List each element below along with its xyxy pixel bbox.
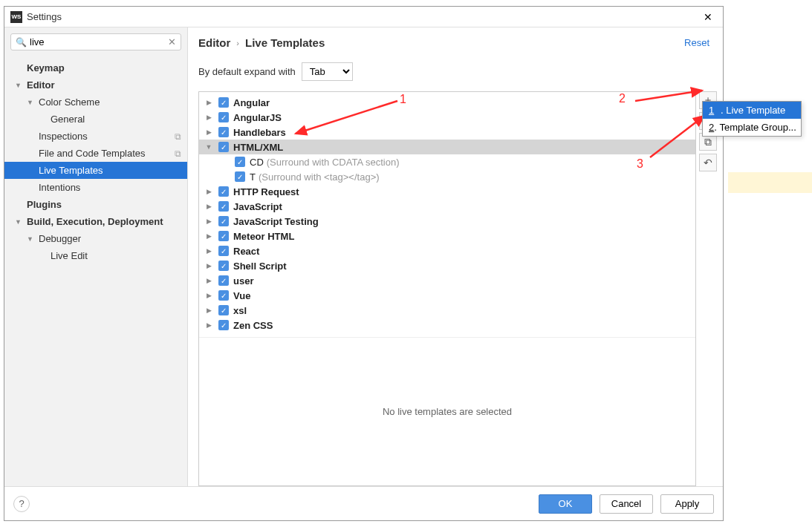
template-group-row[interactable]: ▶✓React	[199, 243, 695, 258]
template-group-row[interactable]: ▶✓Meteor HTML	[199, 229, 695, 243]
template-group-row[interactable]: ▶✓AngularJS	[199, 110, 695, 125]
checkbox-icon[interactable]: ✓	[235, 171, 245, 182]
template-group-label: JavaScript	[233, 201, 282, 212]
sidebar-item[interactable]: Plugins	[4, 196, 187, 213]
sidebar-item[interactable]: General	[4, 111, 187, 128]
template-group-row[interactable]: ▼✓HTML/XML	[199, 140, 695, 154]
clear-icon[interactable]: ✕	[168, 36, 176, 48]
checkbox-icon[interactable]: ✓	[218, 216, 229, 226]
template-row[interactable]: ✓T (Surround with <tag></tag>)	[199, 169, 695, 184]
checkbox-icon[interactable]: ✓	[235, 157, 245, 167]
search-input-wrap[interactable]: 🔍 ✕	[10, 33, 181, 50]
revert-button[interactable]: ↶	[699, 154, 717, 171]
template-group-row[interactable]: ▶✓Vue	[199, 288, 695, 303]
template-group-label: HTTP Request	[233, 186, 299, 197]
checkbox-icon[interactable]: ✓	[218, 127, 229, 137]
template-hint: (Surround with <tag></tag>)	[259, 171, 380, 183]
expand-with-row: By default expand with Tab	[198, 56, 723, 91]
template-group-row[interactable]: ▶✓JavaScript Testing	[199, 214, 695, 229]
template-group-label: Angular	[233, 97, 270, 108]
chevron-right-icon: ▶	[204, 292, 214, 299]
checkbox-icon[interactable]: ✓	[218, 305, 229, 315]
checkbox-icon[interactable]: ✓	[218, 275, 229, 286]
sidebar-item[interactable]: ▼Debugger	[4, 230, 187, 247]
template-group-row[interactable]: ▶✓Zen CSS	[199, 318, 695, 333]
template-group-row[interactable]: ▶✓Handlebars	[199, 125, 695, 140]
chevron-right-icon: ▶	[204, 99, 214, 106]
project-scope-icon: ⧉	[175, 131, 181, 142]
checkbox-icon[interactable]: ✓	[218, 231, 229, 241]
template-group-label: JavaScript Testing	[233, 216, 319, 227]
content-row: ▶✓Angular▶✓AngularJS▶✓Handlebars▼✓HTML/X…	[198, 91, 723, 486]
search-input[interactable]	[30, 36, 168, 48]
template-group-row[interactable]: ▶✓Shell Script	[199, 258, 695, 273]
sidebar-item[interactable]: Intentions	[4, 179, 187, 196]
chevron-right-icon: ▶	[204, 307, 214, 314]
checkbox-icon[interactable]: ✓	[218, 142, 229, 152]
sidebar-item[interactable]: Live Templates	[4, 162, 187, 179]
chevron-right-icon: ▶	[204, 203, 214, 210]
dialog-body: 🔍 ✕ Keymap▼Editor▼Color SchemeGeneralIns…	[4, 27, 723, 486]
checkbox-icon[interactable]: ✓	[218, 112, 229, 122]
tool-column: ＋ － ⧉ ↶	[699, 91, 720, 486]
sidebar-item-label: Keymap	[27, 62, 65, 73]
sidebar-item[interactable]: Live Edit	[4, 247, 187, 264]
template-group-label: HTML/XML	[233, 142, 283, 153]
copy-icon: ⧉	[704, 136, 712, 148]
sidebar-item[interactable]: ▼Build, Execution, Deployment	[4, 213, 187, 230]
template-group-row[interactable]: ▶✓JavaScript	[199, 199, 695, 214]
checkbox-icon[interactable]: ✓	[218, 320, 229, 330]
project-scope-icon: ⧉	[175, 148, 181, 159]
help-button[interactable]: ?	[13, 496, 30, 512]
chevron-right-icon: ▶	[204, 321, 214, 329]
chevron-right-icon: ▶	[204, 232, 214, 240]
template-group-row[interactable]: ▶✓user	[199, 273, 695, 288]
checkbox-icon[interactable]: ✓	[218, 186, 229, 197]
empty-message: No live templates are selected	[199, 337, 695, 485]
popup-item-template-group[interactable]: 2. Template Group...	[703, 119, 801, 136]
help-icon: ?	[19, 498, 24, 509]
cancel-button[interactable]: Cancel	[600, 494, 653, 514]
ok-button[interactable]: OK	[539, 494, 592, 514]
popup-item-live-template[interactable]: 1. Live Template	[703, 102, 801, 119]
sidebar-item-label: Editor	[27, 79, 55, 91]
template-panel: ▶✓Angular▶✓AngularJS▶✓Handlebars▼✓HTML/X…	[198, 91, 696, 486]
sidebar: 🔍 ✕ Keymap▼Editor▼Color SchemeGeneralIns…	[4, 27, 188, 486]
template-group-row[interactable]: ▶✓HTTP Request	[199, 184, 695, 199]
checkbox-icon[interactable]: ✓	[218, 261, 229, 271]
chevron-down-icon: ▼	[15, 82, 22, 89]
breadcrumb-parent[interactable]: Editor	[198, 36, 230, 49]
sidebar-item-label: Plugins	[27, 199, 62, 210]
sidebar-item[interactable]: ▼Editor	[4, 76, 187, 94]
expand-with-select[interactable]: Tab	[302, 62, 353, 81]
template-label: CD	[250, 157, 264, 168]
add-popup: 1. Live Template 2. Template Group...	[702, 101, 802, 137]
chevron-down-icon: ▼	[27, 99, 33, 106]
checkbox-icon[interactable]: ✓	[218, 246, 229, 256]
template-group-label: React	[233, 246, 259, 257]
sidebar-item[interactable]: Inspections⧉	[4, 128, 187, 145]
sidebar-item[interactable]: ▼Color Scheme	[4, 94, 187, 111]
checkbox-icon[interactable]: ✓	[218, 201, 229, 212]
template-group-label: xsl	[233, 305, 247, 316]
sidebar-item-label: General	[51, 114, 85, 125]
apply-button[interactable]: Apply	[660, 494, 714, 514]
reset-link[interactable]: Reset	[684, 37, 709, 48]
template-list[interactable]: ▶✓Angular▶✓AngularJS▶✓Handlebars▼✓HTML/X…	[199, 92, 695, 337]
chevron-right-icon: ▶	[204, 217, 214, 225]
template-group-row[interactable]: ▶✓Angular	[199, 95, 695, 110]
template-row[interactable]: ✓CD (Surround with CDATA section)	[199, 154, 695, 169]
close-icon[interactable]: ✕	[699, 8, 717, 26]
checkbox-icon[interactable]: ✓	[218, 97, 229, 108]
sidebar-item[interactable]: Keymap	[4, 59, 187, 76]
template-group-label: Zen CSS	[233, 320, 273, 331]
sidebar-item-label: Inspections	[39, 131, 88, 142]
popup-item-label: Template Group...	[719, 122, 796, 133]
template-group-row[interactable]: ▶✓xsl	[199, 303, 695, 318]
checkbox-icon[interactable]: ✓	[218, 290, 229, 301]
sidebar-item-label: Live Edit	[51, 250, 88, 261]
popup-item-label: Live Template	[726, 105, 785, 116]
sidebar-item[interactable]: File and Code Templates⧉	[4, 145, 187, 162]
template-label: T	[250, 171, 256, 183]
chevron-right-icon: ▶	[204, 247, 214, 255]
